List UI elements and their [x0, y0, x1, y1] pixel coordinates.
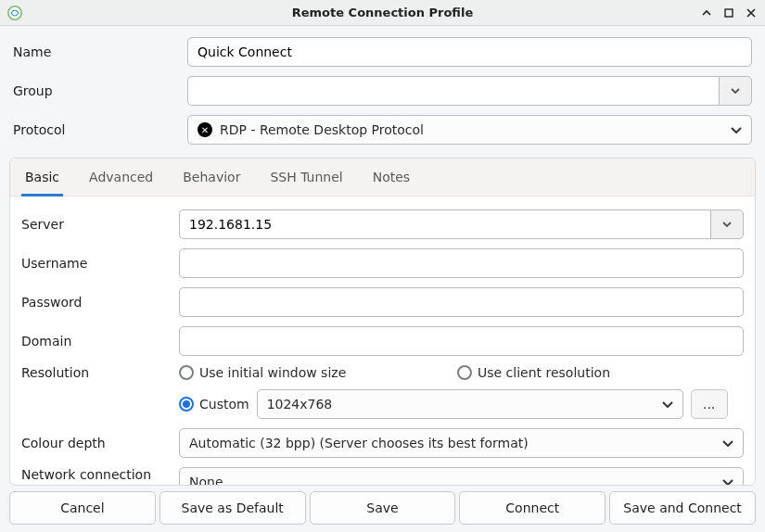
radio-icon	[179, 365, 194, 380]
window-root: Remote Connection Profile Name Group	[0, 0, 765, 532]
row-protocol: Protocol ✕ RDP - Remote Desktop Protocol	[13, 115, 752, 145]
custom-resolution-value: 1024x768	[267, 397, 333, 412]
tab-content-basic: Server Username Password	[10, 196, 755, 485]
rdp-icon: ✕	[198, 122, 212, 137]
connect-button[interactable]: Connect	[459, 491, 606, 525]
row-colour-depth: Colour depth Automatic (32 bpp) (Server …	[21, 428, 744, 458]
server-label: Server	[21, 217, 172, 232]
custom-resolution-more-button[interactable]: ...	[691, 389, 728, 419]
group-combo-arrow[interactable]	[719, 76, 752, 106]
group-label: Group	[13, 83, 180, 98]
tab-notes[interactable]: Notes	[369, 162, 414, 196]
network-type-select[interactable]: None	[179, 467, 744, 485]
colour-depth-value: Automatic (32 bpp) (Server chooses its b…	[189, 436, 529, 450]
save-as-default-button[interactable]: Save as Default	[159, 491, 306, 525]
cancel-button[interactable]: Cancel	[9, 491, 156, 525]
protocol-value: RDP - Remote Desktop Protocol	[220, 122, 424, 137]
tab-basic[interactable]: Basic	[21, 162, 63, 196]
row-resolution: Resolution Use initial window size Use c…	[21, 365, 744, 419]
row-group: Group	[13, 76, 752, 106]
radio-initial-label: Use initial window size	[199, 365, 346, 380]
resolution-line-2: Custom 1024x768 ...	[179, 389, 744, 419]
close-button[interactable]	[745, 6, 758, 19]
radio-client-label: Use client resolution	[478, 365, 610, 380]
chevron-down-icon	[722, 479, 733, 486]
password-input[interactable]	[179, 287, 744, 317]
row-password: Password	[21, 287, 744, 317]
tab-bar: Basic Advanced Behavior SSH Tunnel Notes	[10, 158, 755, 196]
colour-depth-select[interactable]: Automatic (32 bpp) (Server chooses its b…	[179, 428, 744, 458]
save-button[interactable]: Save	[310, 491, 456, 525]
row-network-type: Network connection type None	[21, 467, 744, 485]
header-area: Name Group Protocol ✕ RDP - Remote Deskt…	[0, 26, 765, 152]
tabs-container: Basic Advanced Behavior SSH Tunnel Notes…	[9, 158, 756, 486]
name-input[interactable]	[187, 37, 752, 67]
resolution-label: Resolution	[21, 365, 172, 380]
roll-up-button[interactable]	[700, 6, 713, 19]
network-type-value: None	[189, 475, 223, 485]
tab-ssh-tunnel[interactable]: SSH Tunnel	[266, 162, 346, 196]
window-controls	[700, 6, 758, 19]
username-label: Username	[21, 256, 172, 271]
row-name: Name	[13, 37, 752, 67]
colour-depth-label: Colour depth	[21, 436, 172, 450]
window-title: Remote Connection Profile	[0, 6, 765, 19]
titlebar: Remote Connection Profile	[0, 0, 765, 26]
resolution-group: Use initial window size Use client resol…	[179, 365, 744, 419]
password-label: Password	[21, 295, 172, 310]
more-label: ...	[703, 397, 715, 412]
radio-custom[interactable]: Custom	[179, 397, 249, 412]
domain-input[interactable]	[179, 326, 744, 356]
row-domain: Domain	[21, 326, 744, 356]
tab-behavior[interactable]: Behavior	[179, 162, 244, 196]
app-icon	[7, 6, 22, 20]
footer-buttons: Cancel Save as Default Save Connect Save…	[0, 486, 765, 532]
radio-icon	[457, 365, 472, 380]
group-combo-value[interactable]	[187, 76, 719, 106]
maximize-button[interactable]	[722, 6, 735, 19]
save-and-connect-button[interactable]: Save and Connect	[609, 491, 756, 525]
username-input[interactable]	[179, 248, 744, 278]
row-username: Username	[21, 248, 744, 278]
chevron-down-icon	[722, 440, 733, 447]
chevron-down-icon	[662, 401, 673, 408]
svg-rect-1	[725, 9, 733, 17]
radio-custom-label: Custom	[199, 397, 249, 412]
svg-point-0	[8, 6, 21, 19]
protocol-label: Protocol	[13, 122, 180, 137]
protocol-select[interactable]: ✕ RDP - Remote Desktop Protocol	[187, 115, 752, 145]
radio-initial-window[interactable]: Use initial window size	[179, 365, 457, 380]
row-server: Server	[21, 209, 744, 239]
server-combo-arrow[interactable]	[710, 209, 744, 239]
server-input[interactable]	[179, 209, 710, 239]
chevron-down-icon	[722, 222, 732, 227]
radio-icon	[179, 397, 194, 412]
group-combo[interactable]	[187, 76, 752, 106]
radio-client-resolution[interactable]: Use client resolution	[457, 365, 735, 380]
tab-advanced[interactable]: Advanced	[85, 162, 157, 196]
server-combo[interactable]	[179, 209, 744, 239]
network-type-label: Network connection type	[21, 467, 172, 485]
chevron-down-icon	[731, 88, 740, 94]
resolution-line-1: Use initial window size Use client resol…	[179, 365, 744, 380]
name-label: Name	[13, 44, 180, 59]
custom-resolution-select[interactable]: 1024x768	[257, 389, 683, 419]
chevron-down-icon	[731, 127, 742, 133]
domain-label: Domain	[21, 334, 172, 348]
